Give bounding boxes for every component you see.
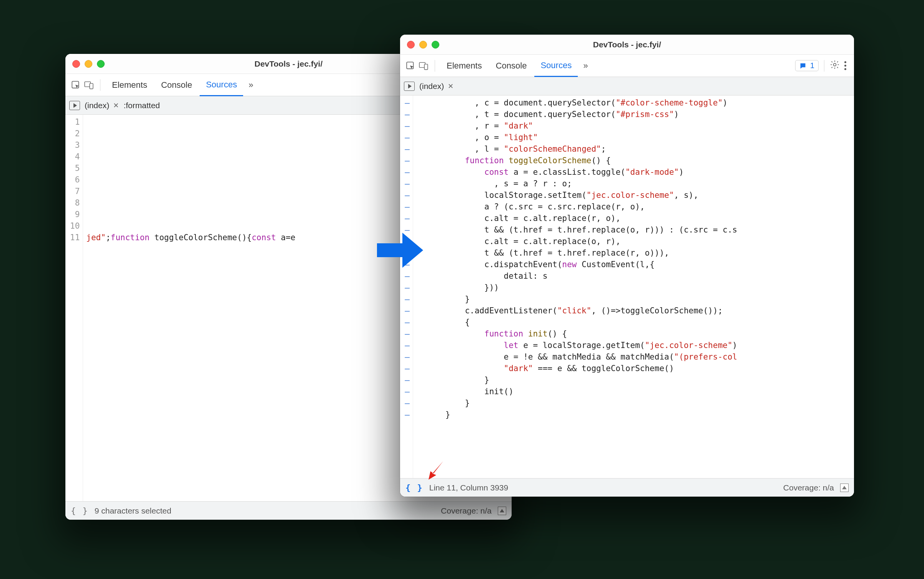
tab-console[interactable]: Console — [155, 74, 198, 96]
file-tab-index[interactable]: (index) ✕ — [85, 101, 119, 110]
pretty-print-button[interactable]: { } — [405, 483, 423, 492]
editor: –––––––––––––––––––––––––––– , c = docum… — [400, 95, 854, 478]
device-toggle-icon[interactable] — [83, 79, 95, 91]
svg-rect-1 — [72, 81, 78, 88]
close-icon[interactable]: ✕ — [448, 82, 454, 90]
cursor-position: Line 11, Column 3939 — [429, 483, 508, 492]
annotation-arrow-right — [377, 227, 423, 273]
status-bar: { } Line 11, Column 3939 Coverage: n/a — [400, 478, 854, 497]
minimize-window-button[interactable] — [419, 41, 427, 49]
annotation-arrow-down-left — [427, 460, 446, 481]
file-tab-strip: (index) ✕ — [400, 77, 854, 95]
maximize-window-button[interactable] — [432, 41, 439, 49]
expand-drawer-icon[interactable] — [840, 484, 849, 492]
code-area[interactable]: , c = document.querySelector("#color-sch… — [413, 95, 854, 478]
svg-marker-0 — [377, 233, 423, 268]
line-gutter: –––––––––––––––––––––––––––– — [400, 95, 413, 478]
devtools-window-right: DevTools - jec.fyi/ Elements Console Sou… — [400, 35, 854, 497]
close-window-button[interactable] — [407, 41, 415, 49]
settings-icon[interactable] — [830, 60, 840, 72]
file-tab-label: (index) — [85, 101, 109, 110]
tab-sources[interactable]: Sources — [200, 74, 243, 96]
navigator-toggle-icon[interactable] — [404, 82, 415, 91]
inspect-icon[interactable] — [70, 79, 82, 91]
tab-elements[interactable]: Elements — [106, 74, 153, 96]
selection-status: 9 characters selected — [95, 506, 172, 515]
line-gutter: 1234567891011 — [65, 115, 83, 501]
tab-elements[interactable]: Elements — [440, 55, 488, 77]
file-tab-label: (index) — [419, 82, 444, 91]
toolbar: Elements Console Sources » 1 — [400, 55, 854, 77]
tabs-overflow[interactable]: » — [245, 80, 257, 90]
status-bar: { } 9 characters selected Coverage: n/a — [65, 501, 512, 520]
coverage-status: Coverage: n/a — [441, 506, 492, 515]
issues-badge[interactable]: 1 — [795, 60, 819, 71]
maximize-window-button[interactable] — [97, 60, 105, 68]
svg-rect-4 — [407, 62, 413, 69]
minimize-window-button[interactable] — [85, 60, 92, 68]
pretty-print-button[interactable]: { } — [71, 506, 88, 515]
expand-drawer-icon[interactable] — [498, 507, 506, 515]
window-title: DevTools - jec.fyi/ — [400, 40, 854, 49]
svg-rect-3 — [90, 83, 93, 89]
svg-rect-6 — [424, 64, 428, 69]
issues-count: 1 — [810, 61, 814, 70]
more-menu-icon[interactable] — [841, 61, 849, 70]
close-window-button[interactable] — [72, 60, 80, 68]
device-toggle-icon[interactable] — [418, 60, 429, 72]
file-tab-formatted[interactable]: :formatted — [123, 101, 160, 110]
tab-console[interactable]: Console — [490, 55, 533, 77]
navigator-toggle-icon[interactable] — [69, 101, 80, 110]
close-icon[interactable]: ✕ — [113, 101, 119, 110]
inspect-icon[interactable] — [405, 60, 416, 72]
tab-sources[interactable]: Sources — [534, 55, 578, 77]
coverage-status: Coverage: n/a — [783, 483, 834, 492]
tabs-overflow[interactable]: » — [579, 61, 592, 71]
titlebar: DevTools - jec.fyi/ — [400, 35, 854, 55]
svg-point-7 — [834, 63, 836, 66]
file-tab-index[interactable]: (index) ✕ — [419, 82, 454, 91]
file-tab-label: :formatted — [123, 101, 160, 110]
